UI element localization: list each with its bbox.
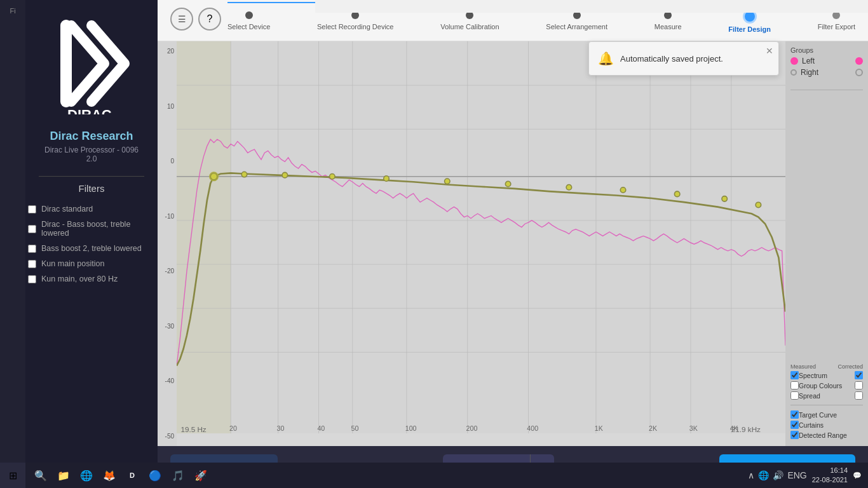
wizard-step-6[interactable]: Filter Design bbox=[728, 11, 771, 33]
step-label-4: Select Arrangement bbox=[546, 23, 607, 30]
taskbar-browser-icon[interactable]: 🌐 bbox=[76, 465, 97, 485]
filter-checkbox-2[interactable] bbox=[28, 225, 36, 233]
filter-dot-3[interactable] bbox=[282, 172, 288, 178]
taskbar-firefox-icon[interactable]: 🦊 bbox=[99, 465, 119, 485]
notification-popup: 🔔 Automatically saved project. ✕ bbox=[588, 41, 779, 76]
taskbar: ⊞ 🔍 📁 🌐 🦊 D 🔵 🎵 🚀 ∧ 🌐 🔊 ENG 16:14 22-08-… bbox=[0, 463, 868, 488]
corrected-header: Corrected bbox=[837, 363, 863, 370]
spread-label: Spread bbox=[799, 392, 855, 400]
y-label-20: 20 bbox=[158, 48, 177, 55]
taskbar-app3-icon[interactable]: 🎵 bbox=[168, 465, 188, 485]
taskbar-folder-icon[interactable]: 📁 bbox=[53, 465, 74, 485]
taskbar-search-icon[interactable]: 🔍 bbox=[31, 465, 51, 485]
channel-right: Right bbox=[790, 68, 863, 77]
start-button[interactable]: ⊞ bbox=[0, 463, 25, 488]
filter-list: Dirac standardDirac - Bass boost, treble… bbox=[22, 201, 161, 287]
system-icons: ∧ 🌐 🔊 ENG bbox=[748, 470, 806, 480]
filter-label-4: Kun main position bbox=[41, 259, 104, 268]
app-chrome-strip: Fi bbox=[0, 0, 25, 488]
filter-dot-1[interactable] bbox=[210, 173, 217, 180]
frequency-chart: 19.5 Hz 21.9 kHz 20 30 40 50 100 200 400… bbox=[177, 41, 785, 433]
curtains-checkbox[interactable] bbox=[790, 421, 799, 429]
filter-checkbox-4[interactable] bbox=[28, 260, 36, 268]
spectrum-corrected-checkbox[interactable] bbox=[855, 371, 863, 379]
strip-icon-file[interactable]: Fi bbox=[3, 4, 23, 18]
right-channel-indicator bbox=[790, 69, 797, 76]
spectrum-measured-checkbox[interactable] bbox=[790, 371, 799, 379]
filter-dot-4[interactable] bbox=[330, 174, 336, 180]
main-content: – ❐ ✕ ☰ ? Select DeviceSelect Recording … bbox=[158, 0, 868, 488]
detected-range-checkbox[interactable] bbox=[790, 431, 799, 439]
notification-taskbar-icon[interactable]: 💬 bbox=[853, 471, 862, 480]
wizard-step-3[interactable]: Volume Calibration bbox=[440, 11, 499, 33]
step-label-7: Filter Export bbox=[818, 23, 855, 30]
device-name: Dirac Live Processor - 0096 2.0 bbox=[25, 146, 158, 163]
x-label-1k: 1K bbox=[595, 424, 603, 432]
filter-dot-8[interactable] bbox=[566, 185, 572, 191]
wizard-step-4[interactable]: Select Arrangement bbox=[546, 11, 607, 33]
wizard-step-2[interactable]: Select Recording Device bbox=[317, 11, 393, 33]
sidebar-divider bbox=[39, 176, 144, 177]
filter-item-5[interactable]: Kun main, over 80 Hz bbox=[22, 271, 161, 287]
x-label-20: 20 bbox=[229, 424, 237, 432]
x-label-30: 30 bbox=[277, 424, 285, 432]
group-colours-measured-checkbox[interactable] bbox=[790, 381, 799, 390]
step-dot-1 bbox=[245, 11, 253, 19]
notification-close-button[interactable]: ✕ bbox=[766, 46, 773, 56]
taskbar-app4-icon[interactable]: 🚀 bbox=[191, 465, 211, 485]
filter-dot-2[interactable] bbox=[241, 172, 247, 177]
panel-divider-2 bbox=[790, 405, 863, 405]
viz-row-target-curve: Target Curve bbox=[790, 410, 863, 419]
filter-dot-10[interactable] bbox=[674, 191, 680, 197]
filter-dot-7[interactable] bbox=[505, 181, 511, 187]
channel-left: Left bbox=[790, 57, 863, 65]
filter-dot-5[interactable] bbox=[384, 176, 390, 182]
measured-header: Measured bbox=[790, 363, 837, 370]
chart-container: 20 10 0 -10 -20 -30 -40 -50 bbox=[158, 41, 868, 446]
group-colours-corrected-checkbox[interactable] bbox=[855, 381, 863, 390]
volume-icon: 🔊 bbox=[773, 470, 783, 480]
left-channel-indicator bbox=[790, 57, 798, 65]
help-button[interactable]: ? bbox=[198, 8, 221, 30]
hamburger-icon: ☰ bbox=[178, 14, 186, 24]
filter-item-2[interactable]: Dirac - Bass boost, treble lowered bbox=[22, 217, 161, 241]
spread-corrected-checkbox[interactable] bbox=[855, 391, 863, 400]
target-curve-checkbox[interactable] bbox=[790, 410, 799, 419]
dirac-logo-svg: DIRAC bbox=[34, 13, 149, 114]
left-active-dot bbox=[855, 57, 863, 65]
y-label-0: 0 bbox=[158, 158, 177, 165]
sidebar: DIRAC Dirac Research Dirac Live Processo… bbox=[25, 0, 158, 488]
right-panel: Groups Left Right Measured Corrected bbox=[785, 41, 868, 446]
x-label-2k: 2K bbox=[649, 424, 657, 432]
taskbar-app2-icon[interactable]: 🔵 bbox=[145, 465, 165, 485]
wizard-step-5[interactable]: Measure bbox=[654, 11, 682, 33]
clock-time: 16:14 bbox=[812, 466, 848, 475]
filter-item-1[interactable]: Dirac standard bbox=[22, 201, 161, 217]
notification-bell-icon: 🔔 bbox=[598, 51, 614, 66]
wizard-step-1[interactable]: Select Device bbox=[227, 11, 270, 33]
taskbar-right: ∧ 🌐 🔊 ENG 16:14 22-08-2021 💬 bbox=[748, 466, 868, 485]
freq-min-label: 19.5 Hz bbox=[180, 425, 206, 433]
spread-measured-checkbox[interactable] bbox=[790, 391, 799, 400]
filter-dot-6[interactable] bbox=[445, 179, 451, 184]
step-label-1: Select Device bbox=[227, 23, 270, 30]
chevron-up-icon[interactable]: ∧ bbox=[748, 470, 754, 480]
filter-checkbox-5[interactable] bbox=[28, 275, 36, 283]
spectrum-label: Spectrum bbox=[799, 372, 855, 379]
filter-item-3[interactable]: Bass boost 2, treble lowered bbox=[22, 241, 161, 256]
filter-item-4[interactable]: Kun main position bbox=[22, 256, 161, 271]
filter-dot-12[interactable] bbox=[756, 202, 761, 208]
y-label-neg30: -30 bbox=[158, 323, 177, 330]
taskbar-dirac-icon[interactable]: D bbox=[122, 465, 142, 485]
x-label-4k: 4K bbox=[730, 424, 738, 432]
filter-dot-9[interactable] bbox=[620, 187, 626, 193]
wizard-step-7[interactable]: Filter Export bbox=[818, 11, 855, 33]
hamburger-button[interactable]: ☰ bbox=[170, 8, 193, 30]
step-label-2: Select Recording Device bbox=[317, 23, 393, 30]
viz-row-detected-range: Detected Range bbox=[790, 431, 863, 439]
filter-checkbox-3[interactable] bbox=[28, 245, 36, 253]
wizard-steps-container: Select DeviceSelect Recording DeviceVolu… bbox=[227, 11, 855, 33]
filter-checkbox-1[interactable] bbox=[28, 205, 36, 214]
left-channel-label: Left bbox=[802, 57, 815, 65]
filter-dot-11[interactable] bbox=[722, 196, 728, 202]
